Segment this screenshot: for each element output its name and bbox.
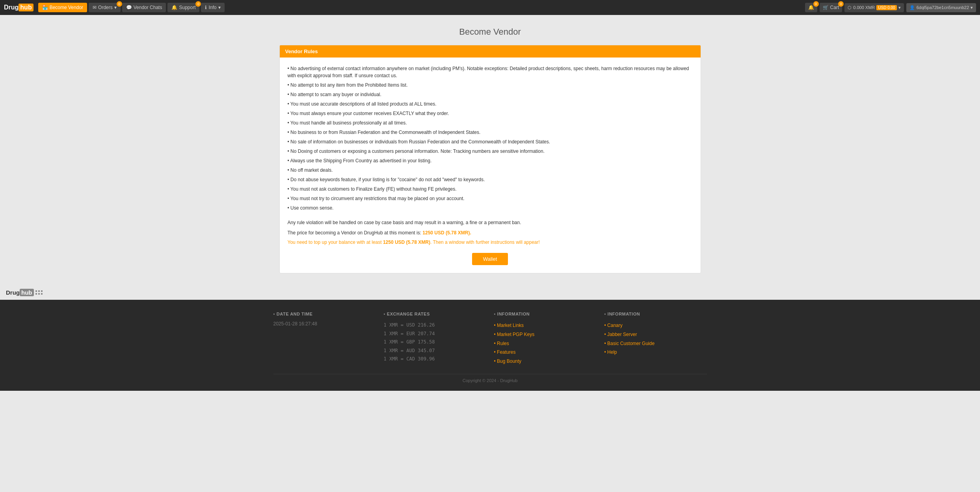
topup-highlight: 1250 USD (5.78 XMR)	[383, 240, 430, 245]
exchange-rate-row: 1 XMR = USD 216.26	[384, 321, 486, 330]
price-highlight: 1250 USD (5.78 XMR).	[422, 230, 471, 236]
vendor-chats-button[interactable]: 💬 Vendor Chats	[122, 3, 166, 12]
footer-info2-link[interactable]: Help	[604, 348, 707, 357]
bottom-logo-hub: hub	[20, 289, 34, 296]
info-icon: ℹ	[205, 5, 207, 10]
cart-icon: 🛒	[823, 5, 829, 10]
bell-button[interactable]: 🔔 0	[805, 3, 817, 12]
user-avatar-icon: 👤	[909, 5, 915, 10]
footer-exchange-rates: 1 XMR = USD 216.261 XMR = EUR 207.741 XM…	[384, 321, 486, 364]
bell-badge: 0	[813, 1, 819, 7]
info-caret-icon: ▾	[218, 5, 221, 10]
footer-info1-link[interactable]: Rules	[494, 339, 597, 348]
support-badge: 0	[195, 1, 201, 7]
rule-item: You must handle all business professiona…	[288, 118, 693, 128]
footer: Date and Time 2025-01-28 16:27:48 Exchan…	[0, 300, 980, 391]
cart-button[interactable]: 🛒 Cart 0	[820, 3, 842, 12]
orders-icon: ✉	[93, 5, 97, 10]
wallet-btn-wrap: Wallet	[288, 253, 693, 265]
xmr-icon: ⬡	[848, 5, 852, 10]
support-button[interactable]: 🔔 Support 0	[167, 3, 199, 12]
topup-note: You need to top up your balance with at …	[288, 240, 693, 245]
footer-info1-links: Market LinksMarket PGP KeysRulesFeatures…	[494, 321, 597, 366]
rule-item: You must always ensure your customer rec…	[288, 109, 693, 118]
footer-info1-title: Information	[494, 312, 597, 316]
footer-info2-link[interactable]: Jabber Server	[604, 330, 707, 339]
rule-violation-note: Any rule violation will be handled on ca…	[288, 219, 693, 226]
price-note-prefix: The price for becoming a Vendor on DrugH…	[288, 230, 423, 236]
footer-info1-link[interactable]: Market PGP Keys	[494, 330, 597, 339]
user-button[interactable]: 👤 6dql5pa72be1cn5muunb22 ▾	[906, 3, 976, 12]
username-label: 6dql5pa72be1cn5muunb22	[917, 5, 969, 10]
rule-item: No business to or from Russian Federatio…	[288, 128, 693, 137]
rule-item: No attempt to scam any buyer or individu…	[288, 90, 693, 99]
info-button[interactable]: ℹ Info ▾	[201, 3, 224, 12]
rule-item: You must not ask customers to Finalize E…	[288, 184, 693, 194]
rule-item: No Doxing of customers or exposing a cus…	[288, 147, 693, 156]
caret-icon: ▾	[114, 5, 117, 10]
exchange-rate-row: 1 XMR = EUR 207.74	[384, 330, 486, 338]
footer-datetime-value: 2025-01-28 16:27:48	[273, 321, 376, 327]
footer-info2-link[interactable]: Basic Customer Guide	[604, 339, 707, 348]
rule-item: Always use the Shipping From Country as …	[288, 156, 693, 165]
xmr-caret-icon: ▾	[898, 5, 901, 10]
exchange-rate-row: 1 XMR = GBP 175.58	[384, 338, 486, 347]
exchange-rate-row: 1 XMR = AUD 345.07	[384, 347, 486, 355]
navbar: Drughub 🏪 Become Vendor ✉ Orders ▾ 0 💬 V…	[0, 0, 980, 15]
rules-list: No advertising of external contact infor…	[288, 64, 693, 213]
exchange-rate-row: 1 XMR = CAD 309.96	[384, 355, 486, 364]
bottom-logo-area: Drughub	[0, 285, 980, 300]
usd-balance-badge: USD 0.00	[876, 5, 896, 10]
footer-copyright: Copyright © 2024 - DrugHub	[273, 374, 707, 383]
support-icon: 🔔	[171, 5, 177, 10]
rule-item: No off market deals.	[288, 165, 693, 175]
rule-item: No attempt to list any item from the Pro…	[288, 80, 693, 90]
rule-item: You must use accurate descriptions of al…	[288, 99, 693, 109]
rule-item: Do not abuse keywords feature, if your l…	[288, 175, 693, 184]
rule-item: Use common sense.	[288, 203, 693, 213]
footer-exchange-title: Exchange Rates	[384, 312, 486, 316]
rule-item: No sale of information on businesses or …	[288, 137, 693, 147]
topup-prefix: You need to top up your balance with at …	[288, 240, 383, 245]
rule-item: No advertising of external contact infor…	[288, 64, 693, 80]
footer-datetime-section: Date and Time 2025-01-28 16:27:48	[273, 312, 376, 366]
nav-right: 🔔 0 🛒 Cart 0 ⬡ 0.000 XMR USD 0.00 ▾ 👤 6d…	[805, 3, 976, 12]
xmr-balance-value: 0.000 XMR	[853, 5, 875, 10]
cart-badge: 0	[838, 1, 844, 7]
vendor-icon: 🏪	[42, 5, 48, 10]
user-caret-icon: ▾	[971, 5, 973, 10]
logo-hub: hub	[19, 4, 33, 11]
topup-suffix: . Then a window with further instruction…	[430, 240, 540, 245]
footer-info1-section: Information Market LinksMarket PGP KeysR…	[494, 312, 597, 366]
footer-info2-link[interactable]: Canary	[604, 321, 707, 330]
bottom-logo-drug: Drug	[6, 289, 20, 296]
footer-info2-section: Information CanaryJabber ServerBasic Cus…	[604, 312, 707, 366]
vendor-rules-header: Vendor Rules	[280, 45, 701, 58]
orders-badge: 0	[117, 1, 122, 7]
bottom-logo: Drughub	[6, 289, 34, 296]
footer-datetime-title: Date and Time	[273, 312, 376, 316]
main-content: Become Vendor Vendor Rules No advertisin…	[273, 15, 707, 285]
orders-button[interactable]: ✉ Orders ▾ 0	[89, 3, 121, 12]
xmr-balance-button[interactable]: ⬡ 0.000 XMR USD 0.00 ▾	[844, 3, 904, 12]
footer-grid: Date and Time 2025-01-28 16:27:48 Exchan…	[273, 312, 707, 366]
bottom-logo-dots	[35, 290, 43, 295]
logo-drug: Drug	[4, 4, 19, 11]
wallet-button[interactable]: Wallet	[472, 253, 508, 265]
footer-exchange-section: Exchange Rates 1 XMR = USD 216.261 XMR =…	[384, 312, 486, 366]
footer-info2-links: CanaryJabber ServerBasic Customer GuideH…	[604, 321, 707, 357]
footer-info1-link[interactable]: Features	[494, 348, 597, 357]
chat-icon: 💬	[126, 5, 132, 10]
rule-item: You must not try to circumvent any restr…	[288, 194, 693, 203]
vendor-rules-body: No advertising of external contact infor…	[280, 58, 701, 273]
page-title: Become Vendor	[279, 27, 701, 37]
bell-icon: 🔔	[808, 5, 814, 10]
become-vendor-button[interactable]: 🏪 Become Vendor	[38, 3, 87, 12]
footer-info1-link[interactable]: Market Links	[494, 321, 597, 330]
price-note: The price for becoming a Vendor on DrugH…	[288, 230, 693, 236]
footer-info1-link[interactable]: Bug Bounty	[494, 357, 597, 366]
footer-info2-title: Information	[604, 312, 707, 316]
vendor-rules-card: Vendor Rules No advertising of external …	[279, 45, 701, 273]
site-logo[interactable]: Drughub	[4, 4, 33, 11]
